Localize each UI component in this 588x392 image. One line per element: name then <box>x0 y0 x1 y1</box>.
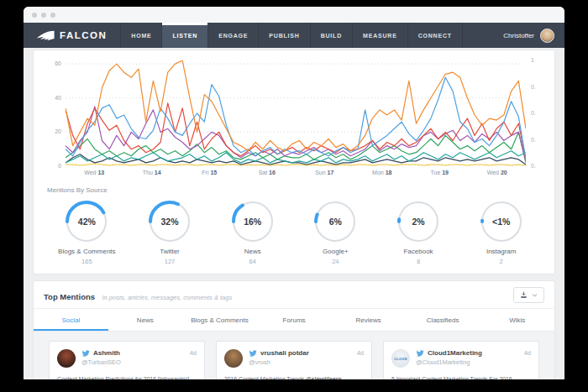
nav-item-publish[interactable]: PUBLISH <box>258 23 309 48</box>
tweet-author-name[interactable]: vrushali potdar <box>260 349 309 357</box>
nav-item-home[interactable]: HOME <box>120 23 161 48</box>
tweet-author-handle[interactable]: @vrush <box>249 358 357 366</box>
brand-name: FALCON <box>60 30 107 40</box>
x-axis-label: Mon 18 <box>354 170 412 180</box>
top-mentions-title: Top Mentions <box>44 292 95 301</box>
source-label: Blogs & Comments <box>58 248 115 255</box>
donut-gauge: 2% <box>396 199 441 244</box>
tweet-text: Content Marketing Predictions for 2016 [… <box>57 374 197 379</box>
top-mentions-header: Top Mentions In posts, articles, message… <box>34 281 554 309</box>
nav-item-build[interactable]: BUILD <box>310 23 352 48</box>
analytics-card: 604020010.0.0.0. Wed 13Thu 14Fri 15Sat 1… <box>34 50 554 274</box>
window-zoom-button[interactable] <box>50 13 55 18</box>
source-percent: 32% <box>147 199 192 244</box>
donut-gauge: <1% <box>479 199 524 244</box>
tweet-avatar <box>57 349 76 368</box>
source-percent: 6% <box>312 199 358 244</box>
brand-logo[interactable]: FALCON <box>24 23 120 48</box>
source-percent: 16% <box>230 199 276 244</box>
tab-blogs-comments[interactable]: Blogs & Comments <box>182 309 257 331</box>
donut-gauge: 42% <box>64 199 109 244</box>
tweet-body: Content Marketing Predictions for 2016 [… <box>57 374 197 379</box>
mentions-timeline-chart: 604020010.0.0.0. Wed 13Thu 14Fri 15Sat 1… <box>42 60 546 180</box>
tab-classifieds[interactable]: Classifieds <box>406 309 480 331</box>
y-axis-label-left: 20 <box>55 128 66 134</box>
donut-gauge: 6% <box>312 199 358 244</box>
source-count: 127 <box>165 258 176 265</box>
tweet-author-name[interactable]: Ashmith <box>93 349 120 357</box>
tweet-text: 2016 Content Marketing Trends @simplilea… <box>224 374 364 379</box>
source-count: 24 <box>332 258 339 265</box>
series-navy <box>66 154 526 165</box>
tweet-body: 2016 Content Marketing Trends @simplilea… <box>224 374 364 379</box>
section-gap <box>34 274 554 281</box>
stage: FALCON HOMELISTENENGAGEPUBLISHBUILDMEASU… <box>0 0 588 392</box>
twitter-icon <box>416 349 424 357</box>
series-red <box>66 103 526 159</box>
tweet-body: 5 Important Content Marketing Trends For… <box>391 374 531 379</box>
tweet-card[interactable]: vrushali potdar@vrush4d2016 Content Mark… <box>216 341 372 379</box>
source-count: 64 <box>249 258 256 265</box>
source-count: 8 <box>417 258 420 265</box>
page-content: 604020010.0.0.0. Wed 13Thu 14Fri 15Sat 1… <box>24 48 564 379</box>
source-percent: 2% <box>396 199 441 244</box>
user-menu[interactable]: Christoffer <box>503 23 564 48</box>
y-axis-label-right: 0. <box>526 84 536 90</box>
x-axis-label: Tue 19 <box>411 170 469 180</box>
y-axis-label-left: 60 <box>55 60 66 66</box>
tweet-card[interactable]: CLOUDCloud1Marketing@Cloud1Marketing4d5 … <box>383 341 539 379</box>
series-orange <box>66 60 526 151</box>
source-count: 2 <box>500 258 503 265</box>
export-button[interactable] <box>513 287 544 303</box>
tweet-list: Ashmith@TurbanSEO4dContent Marketing Pre… <box>34 331 554 379</box>
source-label: News <box>244 248 261 255</box>
nav-item-listen[interactable]: LISTEN <box>161 23 207 48</box>
source-google-: 6%Google+24 <box>294 199 377 265</box>
navbar-spacer <box>463 23 503 48</box>
source-label: Instagram <box>486 248 517 255</box>
twitter-icon <box>249 349 257 357</box>
tab-news[interactable]: News <box>108 309 183 331</box>
nav-item-engage[interactable]: ENGAGE <box>207 23 258 48</box>
source-count: 165 <box>81 258 92 265</box>
tweet-card[interactable]: Ashmith@TurbanSEO4dContent Marketing Pre… <box>49 341 205 379</box>
window-minimize-button[interactable] <box>41 13 46 18</box>
main-menu: HOMELISTENENGAGEPUBLISHBUILDMEASURECONNE… <box>120 23 463 48</box>
x-axis-label: Sat 16 <box>239 170 297 180</box>
tweet-avatar <box>224 349 243 368</box>
nav-item-measure[interactable]: MEASURE <box>352 23 407 48</box>
source-percent: <1% <box>479 199 524 244</box>
tab-forums[interactable]: Forums <box>257 309 332 331</box>
source-label: Twitter <box>160 248 180 255</box>
donut-gauge: 16% <box>230 199 276 244</box>
source-facebook: 2%Facebook8 <box>377 199 460 265</box>
y-axis-label-right: 1 <box>526 57 534 63</box>
tweet-author-name[interactable]: Cloud1Marketing <box>428 349 482 357</box>
tweet-author-handle[interactable]: @TurbanSEO <box>81 358 190 366</box>
y-axis-label-left: 0 <box>58 163 66 169</box>
top-mentions-subtitle: In posts, articles, messages, comments &… <box>102 294 233 301</box>
source-instagram: <1%Instagram2 <box>459 199 543 265</box>
browser-chrome <box>24 7 564 23</box>
tab-wikis[interactable]: Wikis <box>480 309 554 331</box>
top-mentions-heading: Top Mentions In posts, articles, message… <box>44 288 232 303</box>
tweet-timestamp: 4d <box>357 349 364 368</box>
tweet-timestamp: 4d <box>524 349 531 368</box>
x-axis-label: Wed 20 <box>469 170 527 180</box>
download-icon <box>520 291 528 299</box>
y-axis-label-left: 40 <box>55 95 66 101</box>
window-close-button[interactable] <box>32 13 37 18</box>
top-mentions-card: Top Mentions In posts, articles, message… <box>34 281 554 379</box>
tweet-author-handle[interactable]: @Cloud1Marketing <box>416 358 524 366</box>
user-name: Christoffer <box>503 32 534 39</box>
y-axis-label-right: 0. <box>526 163 536 169</box>
tweet-text: 5 Important Content Marketing Trends For… <box>391 374 531 379</box>
top-mentions-tabs: SocialNewsBlogs & CommentsForumsReviewsC… <box>34 309 554 331</box>
nav-item-connect[interactable]: CONNECT <box>407 23 463 48</box>
mentions-by-source-title: Mentions By Source <box>47 186 546 194</box>
chevron-down-icon <box>532 293 538 298</box>
y-axis-label-right: 0. <box>526 137 536 143</box>
tab-social[interactable]: Social <box>34 309 108 331</box>
x-axis-label: Sun 17 <box>296 170 354 180</box>
tab-reviews[interactable]: Reviews <box>331 309 406 331</box>
